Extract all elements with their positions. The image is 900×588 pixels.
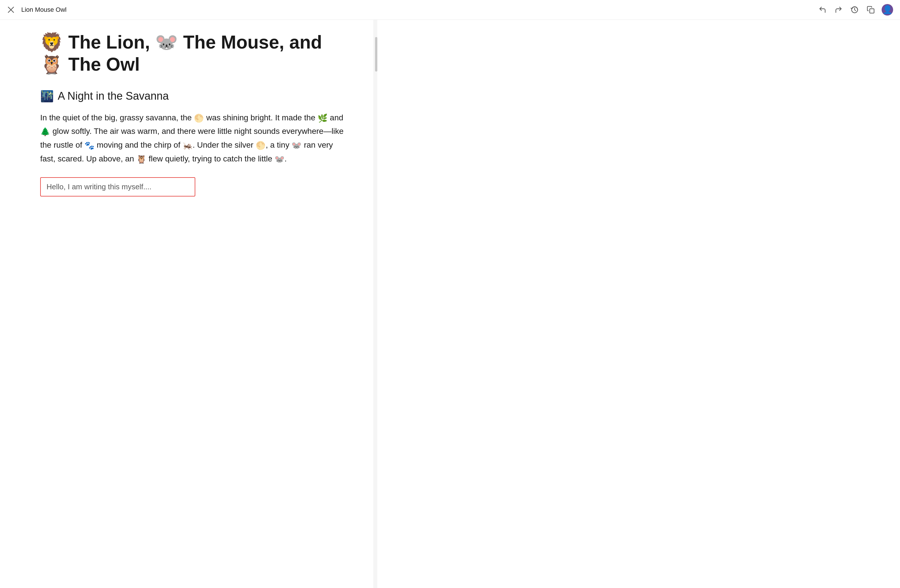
undo-icon (818, 6, 827, 14)
redo-button[interactable] (833, 5, 844, 15)
redo-icon (835, 6, 843, 14)
copy-icon (867, 6, 875, 14)
toolbar-right: 👤 (817, 4, 893, 16)
copy-button[interactable] (866, 5, 876, 15)
user-input-container[interactable]: Hello, I am writing this myself.... (40, 177, 195, 197)
paws-emoji: 🐾 (84, 141, 95, 150)
cricket-emoji: 🦗 (183, 141, 193, 150)
svg-rect-3 (870, 9, 874, 13)
user-avatar[interactable]: 👤 (881, 4, 893, 16)
toolbar-left: Lion Mouse Owl (6, 5, 67, 15)
history-icon (850, 6, 859, 14)
owl-emoji: 🦉 (137, 155, 146, 163)
app-container: Lion Mouse Owl (0, 0, 900, 588)
grass-emoji: 🌿 (318, 113, 327, 123)
content-wrapper: 🦁 The Lion, 🐭 The Mouse, and 🦉 The Owl 🌃… (0, 20, 900, 588)
user-input-text: Hello, I am writing this myself.... (47, 182, 152, 191)
title-text-line2: The Owl (68, 54, 140, 75)
scrollbar-thumb[interactable] (375, 37, 377, 71)
close-button[interactable] (6, 5, 16, 15)
mouse-emoji: 🐭 (292, 141, 301, 150)
toolbar: Lion Mouse Owl (0, 0, 900, 20)
main-content: 🦁 The Lion, 🐭 The Mouse, and 🦉 The Owl 🌃… (0, 20, 373, 588)
close-icon (7, 6, 15, 14)
title-text-line1: The Lion, 🐭 The Mouse, and (68, 32, 322, 53)
a-tiny-text: a tiny (270, 140, 289, 149)
moon-emoji: 🌕 (194, 113, 204, 123)
history-button[interactable] (849, 5, 860, 15)
story-title: 🦁 The Lion, 🐭 The Mouse, and 🦉 The Owl (40, 31, 350, 76)
title-line-2: 🦉 The Owl (40, 53, 350, 76)
tree-emoji: 🌲 (40, 127, 50, 136)
the-little-text: the little (245, 154, 273, 163)
moon2-emoji: 🌕 (256, 141, 265, 150)
chapter-heading-text: A Night in the Savanna (58, 90, 169, 102)
chapter-heading: 🌃 A Night in the Savanna (40, 90, 350, 102)
story-paragraph: In the quiet of the big, grassy savanna,… (40, 111, 350, 166)
scrollbar-track[interactable] (373, 20, 377, 588)
undo-button[interactable] (817, 5, 828, 15)
document-title: Lion Mouse Owl (21, 6, 67, 14)
title-line-1: 🦁 The Lion, 🐭 The Mouse, and (40, 31, 350, 53)
chapter-icon: 🌃 (40, 90, 54, 102)
mouse2-emoji: 🐭 (275, 155, 285, 163)
